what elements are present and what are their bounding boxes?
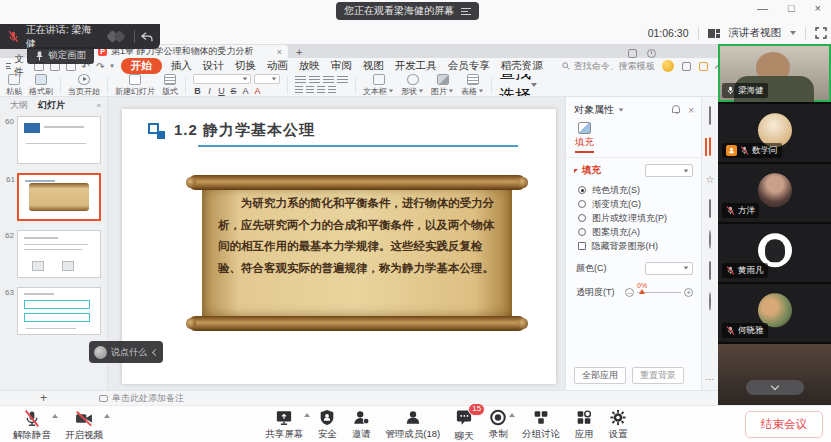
scroll-down-button[interactable] [746,380,804,395]
menu-tab-animation[interactable]: 动画 [265,59,290,73]
transparency-slider[interactable]: – 0% + [625,288,693,297]
section-caret-icon[interactable] [574,169,578,173]
table-button[interactable]: 表格 [461,74,484,97]
slide-thumbnail-62[interactable]: 62 [17,230,101,278]
bold-button[interactable]: B [193,86,202,96]
history-icon[interactable] [647,49,656,58]
bullet-list-icon[interactable] [295,86,303,94]
participant-tile-5[interactable]: 何晓雅 [718,284,831,342]
share-screen-button[interactable]: 共享屏幕 [258,405,310,441]
fill-option-solid[interactable]: 纯色填充(S) [566,183,701,197]
new-slide-button[interactable]: 新建幻灯片 [115,74,155,97]
underline-button[interactable]: U [217,86,226,96]
justify-icon[interactable] [337,76,348,84]
add-slide-button[interactable]: + [40,392,47,404]
view-mode-selector[interactable]: 演讲者视图 [729,26,782,40]
menu-tab-slideshow[interactable]: 放映 [297,59,322,73]
participant-tile-4[interactable]: 黄雨凡 [718,224,831,282]
record-button[interactable]: 录制 [481,405,515,441]
banner-menu-icon[interactable] [461,8,471,15]
slider-thumb[interactable] [639,289,645,294]
new-tab-button[interactable]: + [296,46,302,58]
slide-canvas[interactable]: 1.2 静力学基本公理 为研究力系的简化和平衡条件，进行物体的受力分析，应先研究… [108,97,565,390]
breakout-rooms-button[interactable]: 分组讨论 [515,405,567,441]
paste-button[interactable]: 粘贴 [6,74,22,97]
slides-tab[interactable]: 幻灯片 [38,99,65,112]
participant-tile-more[interactable] [718,344,831,405]
fullscreen-icon[interactable] [815,27,827,39]
notes-area[interactable]: 单击此处添加备注 [99,392,184,405]
menu-tab-view[interactable]: 视图 [361,59,386,73]
properties-caret-icon[interactable] [619,108,624,111]
emoji-pane-icon[interactable] [709,292,711,311]
textbox-button[interactable]: 文本框 [363,74,394,97]
back-arrow-icon[interactable] [141,32,153,42]
line-spacing-icon[interactable] [328,86,336,94]
video-options-caret[interactable] [104,414,110,418]
numbered-list-icon[interactable] [306,86,314,94]
settings-button[interactable]: 设置 [601,405,635,441]
panel-close-icon[interactable]: × [688,105,694,116]
fill-preset-dropdown[interactable] [645,164,693,177]
font-family-select[interactable] [193,74,251,84]
share-icon[interactable] [699,62,708,71]
font-grow-button[interactable]: A [241,86,250,96]
watching-banner[interactable]: 您正在观看梁海健的屏幕 [336,2,479,20]
menu-tab-member[interactable]: 会员专享 [446,59,492,73]
workspace-icon[interactable] [628,49,637,58]
bell-icon[interactable] [672,105,680,113]
manage-members-button[interactable]: 管理成员(18) [378,405,447,441]
italic-button[interactable]: I [205,86,214,96]
reset-background-button[interactable]: 重置背景 [632,367,684,384]
current-slide[interactable]: 1.2 静力学基本公理 为研究力系的简化和平衡条件，进行物体的受力分析，应先研究… [122,109,556,384]
chat-placeholder[interactable]: 说点什么 [111,346,147,359]
collapse-chevron-icon[interactable] [152,348,159,355]
font-size-select[interactable] [254,74,280,84]
menu-tab-home[interactable]: 开始 [121,58,162,74]
indent-icon[interactable] [317,86,325,94]
account-avatar[interactable] [662,60,674,72]
increase-icon[interactable]: + [684,288,693,297]
apply-all-button[interactable]: 全部应用 [574,367,626,384]
image-button[interactable]: 图片 [431,74,454,97]
menu-tab-transition[interactable]: 切换 [233,59,258,73]
participant-tile-2[interactable]: 数学问 [718,104,831,162]
properties-pane-icon[interactable] [709,137,711,156]
redo-icon[interactable]: ↷ [96,61,104,72]
menu-tab-design[interactable]: 设计 [201,59,226,73]
hide-background-checkbox[interactable]: 隐藏背景图形(H) [566,239,701,253]
favorites-pane-icon[interactable]: ☆ [706,174,715,185]
invite-button[interactable]: 邀请 [344,405,378,441]
view-mode-caret-icon[interactable] [790,31,796,35]
clipboard-pane-icon[interactable] [709,199,711,218]
shapes-button[interactable]: 形状 [401,74,424,97]
maximize-button[interactable]: □ [788,2,795,14]
decrease-icon[interactable]: – [625,288,634,297]
lock-screen-button[interactable]: 锁定画面 [27,47,94,64]
more-panes-icon[interactable]: … [705,372,715,382]
floating-chat-bar[interactable]: 说点什么 [89,341,163,363]
strikethrough-button[interactable]: S [229,86,238,96]
outline-tab[interactable]: 大纲 [10,99,28,112]
layout-button[interactable]: 版式 [162,74,178,97]
menu-tab-developer[interactable]: 开发工具 [393,59,439,73]
unmute-button[interactable]: 解除静音 [6,406,58,442]
align-center-icon[interactable] [309,76,320,84]
start-video-button[interactable]: 开启视频 [58,406,110,442]
fill-option-gradient[interactable]: 渐变填充(G) [566,197,701,211]
participant-tile-1[interactable]: 梁海健 [718,44,831,102]
slide-thumbnail-60[interactable]: 60 [17,116,101,164]
menu-tab-docer[interactable]: 稻壳资源 [499,59,545,73]
slide-thumbnail-61-current[interactable]: 61 [17,173,101,221]
help-pane-icon[interactable] [709,230,711,249]
menu-tab-review[interactable]: 审阅 [329,59,354,73]
close-button[interactable]: × [815,2,821,14]
media-pane-icon[interactable] [709,261,711,280]
minimize-button[interactable]: — [757,2,768,14]
security-button[interactable]: 安全 [310,405,344,441]
cloud-sync-icon[interactable] [682,62,691,71]
fill-option-pattern[interactable]: 图案填充(A) [566,225,701,239]
parchment-scroll-graphic[interactable]: 为研究力系的简化和平衡条件，进行物体的受力分析，应先研究两个力的合成和平衡条件，… [188,175,526,331]
quickbar-dropdown-icon[interactable]: ▾ [110,62,114,70]
fill-option-picture[interactable]: 图片或纹理填充(P) [566,211,701,225]
